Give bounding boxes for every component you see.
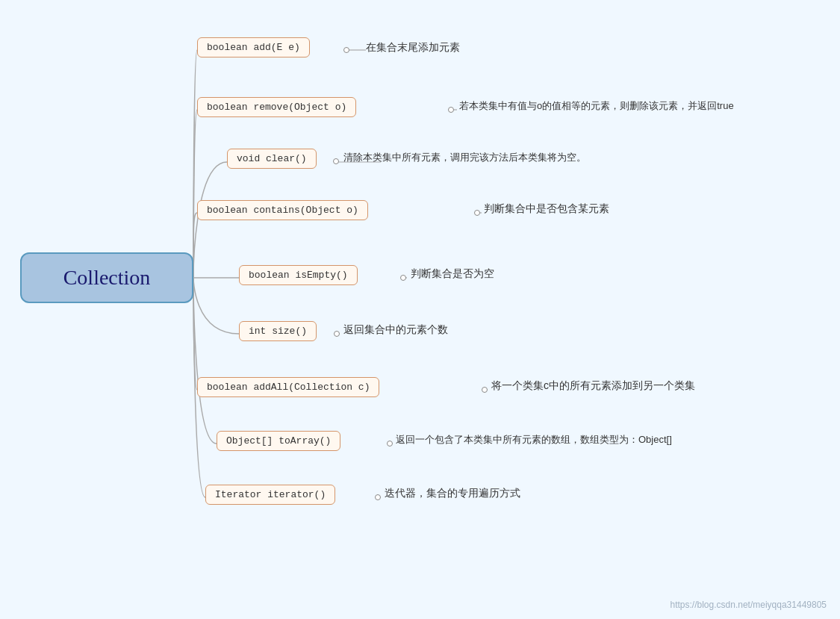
- desc-contains: 判断集合中是否包含某元素: [484, 202, 609, 216]
- method-toarray: Object[] toArray(): [217, 431, 340, 451]
- method-isempty: boolean isEmpty(): [239, 265, 358, 285]
- watermark: https://blog.csdn.net/meiyqqa31449805: [671, 600, 827, 610]
- desc-remove: 若本类集中有值与o的值相等的元素，则删除该元素，并返回true: [459, 99, 734, 113]
- mind-map-canvas: Collection boolean add(E e) 在集合末尾添加元素 bo…: [0, 0, 840, 619]
- method-add: boolean add(E e): [197, 37, 310, 57]
- desc-toarray: 返回一个包含了本类集中所有元素的数组，数组类型为：Object[]: [396, 433, 672, 447]
- method-contains: boolean contains(Object o): [197, 200, 368, 220]
- method-size: int size(): [239, 321, 317, 341]
- collection-label: Collection: [63, 266, 151, 290]
- method-clear: void clear(): [227, 149, 317, 169]
- method-remove: boolean remove(Object o): [197, 97, 356, 117]
- desc-addall: 将一个类集c中的所有元素添加到另一个类集: [491, 379, 695, 393]
- desc-size: 返回集合中的元素个数: [343, 323, 448, 337]
- desc-iterator: 迭代器，集合的专用遍历方式: [385, 487, 520, 500]
- method-addall: boolean addAll(Collection c): [197, 377, 379, 397]
- desc-isempty: 判断集合是否为空: [411, 267, 494, 281]
- desc-add: 在集合末尾添加元素: [366, 41, 460, 55]
- collection-node: Collection: [20, 252, 193, 303]
- method-iterator: Iterator iterator(): [205, 485, 335, 505]
- desc-clear: 清除本类集中所有元素，调用完该方法后本类集将为空。: [343, 151, 586, 164]
- connection-lines: [0, 0, 840, 619]
